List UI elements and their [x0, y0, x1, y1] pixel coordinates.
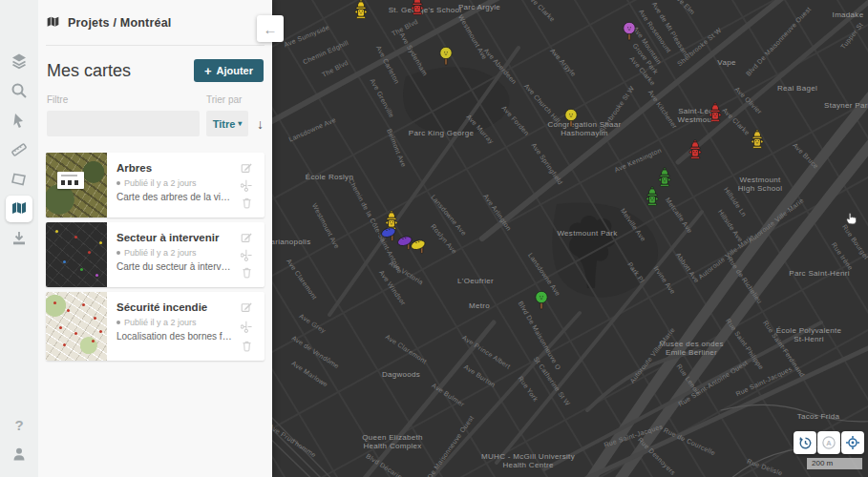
map-label: Ave Prud'homme — [272, 423, 317, 458]
tool-rail: ? — [0, 0, 38, 477]
card-actions — [234, 292, 265, 361]
delete-icon[interactable] — [241, 266, 253, 279]
map-canvas[interactable]: St. George's SchoolParc ArgyleParc King … — [272, 0, 868, 477]
fallen-tree-marker[interactable] — [396, 235, 413, 249]
compass-a-icon: A — [820, 434, 837, 451]
card-thumbnail[interactable] — [46, 222, 107, 287]
card-body: Secteur à intervenir Publié il y a 2 jou… — [107, 222, 234, 287]
section-title: Mes cartes — [47, 61, 131, 81]
card-actions — [234, 153, 265, 218]
card-description: Carte du secteur à intervenir prochain..… — [116, 261, 232, 272]
map-label: École Roslyn — [306, 173, 353, 181]
help-icon[interactable]: ? — [6, 411, 32, 438]
card-body: Arbres Publié il y a 2 jours Carte des a… — [107, 153, 234, 218]
card-description: Carte des arbres de la ville. — [116, 192, 232, 202]
tree-marker[interactable] — [536, 291, 547, 309]
status-dot-icon — [116, 181, 120, 185]
sort-select[interactable]: Titre ▾ — [206, 111, 248, 136]
sort-group: Trier par Titre ▾ ↓ — [206, 94, 264, 136]
map-label: Parc King George — [409, 129, 475, 137]
polygon-icon[interactable] — [6, 166, 32, 193]
arrow-left-icon: ← — [264, 21, 278, 37]
map-label: Metro — [469, 301, 490, 310]
measure-icon[interactable] — [6, 136, 32, 163]
map-label: Ave Forden — [500, 104, 530, 136]
card-description: Localisation des bornes fontaine. — [116, 331, 232, 342]
maps-icon[interactable] — [6, 196, 32, 222]
card-thumbnail[interactable] — [46, 292, 107, 361]
card-title: Sécurité incendie — [116, 301, 232, 313]
hydrant-marker[interactable] — [752, 130, 763, 148]
map-label: Ave Marlowe — [290, 360, 328, 388]
projects-panel: Projets / Montréal Mes cartes + Ajouter … — [38, 0, 272, 477]
map-label: Ave Windsor — [378, 269, 408, 306]
delete-icon[interactable] — [241, 340, 253, 352]
share-icon[interactable] — [241, 249, 253, 261]
hydrant-marker[interactable] — [355, 0, 367, 18]
map-card-secteur[interactable]: Secteur à intervenir Publié il y a 2 jou… — [46, 222, 265, 287]
map-label: Ave Grenville — [369, 77, 394, 118]
map-label: Dagwoods — [382, 370, 420, 379]
map-label: Stayner Park — [824, 101, 868, 110]
collapse-sidebar-button[interactable]: ← — [257, 15, 284, 42]
map-label: Metcalfe Ave — [665, 197, 694, 235]
card-thumbnail[interactable] — [46, 153, 107, 218]
map-label: The Blvd — [321, 59, 349, 78]
tree-marker[interactable] — [440, 47, 452, 65]
history-button[interactable] — [794, 431, 816, 454]
crosshair-icon — [844, 434, 861, 451]
hydrant-marker[interactable] — [659, 168, 670, 186]
map-card-list: Arbres Publié il y a 2 jours Carte des a… — [46, 153, 265, 361]
edit-icon[interactable] — [241, 301, 253, 313]
map-label: Ave Bruce — [792, 141, 820, 170]
map-label: Ave Burton — [463, 363, 497, 388]
search-icon[interactable] — [6, 77, 32, 104]
hydrant-marker[interactable] — [646, 187, 658, 205]
share-icon[interactable] — [241, 179, 253, 192]
sort-value: Titre — [213, 118, 236, 130]
map-label: Abbott Ave — [675, 252, 701, 284]
add-map-button[interactable]: + Ajouter — [194, 59, 264, 82]
map-label: Marianopolis — [272, 238, 310, 246]
thumbnail-popup — [57, 172, 84, 189]
card-body: Sécurité incendie Publié il y a 2 jours … — [107, 292, 234, 361]
locate-button[interactable] — [841, 431, 864, 454]
edit-icon[interactable] — [241, 231, 253, 243]
delete-icon[interactable] — [241, 197, 253, 209]
sort-direction-icon[interactable]: ↓ — [257, 117, 264, 131]
map-label: Westmount Ave — [457, 13, 488, 60]
map-label: Belmont Ave — [386, 128, 407, 168]
pointer-icon[interactable] — [6, 107, 32, 134]
map-label: Vape — [717, 58, 736, 67]
card-status: Publié il y a 2 jours — [116, 178, 232, 188]
map-label: Parc Argyle — [458, 3, 500, 11]
history-icon — [797, 435, 814, 451]
map-card-arbres[interactable]: Arbres Publié il y a 2 jours Carte des a… — [46, 153, 265, 218]
map-label: Parc Saint-Henri — [789, 269, 850, 278]
edit-icon[interactable] — [241, 161, 253, 174]
filter-input[interactable] — [47, 111, 200, 136]
map-label: Lansdowne Ave — [287, 116, 336, 143]
layers-icon[interactable] — [6, 48, 32, 74]
sort-label: Trier par — [206, 94, 264, 105]
map-label: Westmount Ave — [311, 202, 341, 250]
tree-marker[interactable] — [624, 22, 635, 40]
chevron-down-icon: ▾ — [238, 119, 242, 128]
map-card-securite[interactable]: Sécurité incendie Publié il y a 2 jours … — [46, 292, 265, 361]
fallen-tree-marker[interactable] — [410, 238, 426, 253]
download-icon[interactable] — [6, 225, 32, 252]
map-label: Ave Clarke — [526, 0, 556, 23]
filter-label: Filtre — [47, 94, 200, 105]
user-icon[interactable] — [6, 441, 32, 467]
card-title: Secteur à intervenir — [116, 232, 232, 243]
map-label: Tacos Frida — [797, 412, 840, 421]
hydrant-marker[interactable] — [412, 0, 423, 14]
card-status: Publié il y a 2 jours — [116, 318, 232, 327]
share-icon[interactable] — [241, 321, 253, 333]
status-dot-icon — [116, 251, 120, 255]
basemap-svg[interactable]: St. George's SchoolParc ArgyleParc King … — [272, 0, 868, 477]
compass-button[interactable]: A — [817, 431, 840, 454]
status-dot-icon — [116, 321, 120, 324]
map-road — [580, 336, 868, 477]
card-title: Arbres — [116, 162, 232, 174]
